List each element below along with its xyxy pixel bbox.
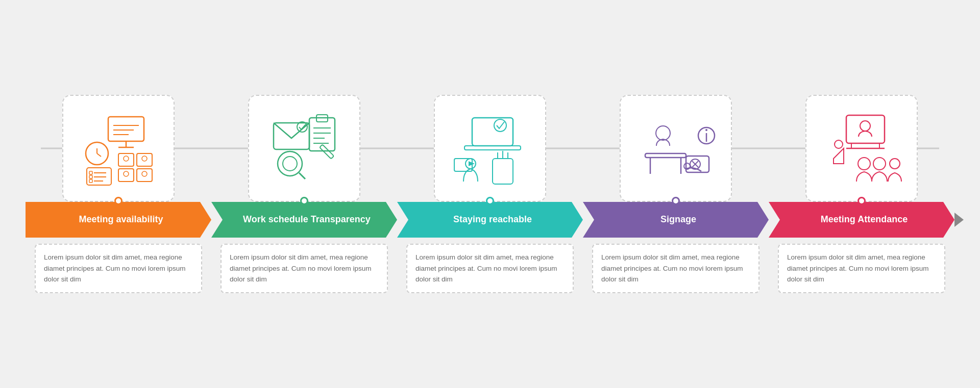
svg-point-55 xyxy=(705,129,707,131)
arrow-label-3: Staying reachable xyxy=(433,214,547,225)
svg-point-23 xyxy=(142,171,147,176)
desc-item-4: Lorem ipsum dolor sit dim amet, mea regi… xyxy=(583,244,769,293)
desc-box-1: Lorem ipsum dolor sit dim amet, mea regi… xyxy=(35,244,202,293)
icon-meeting-availability xyxy=(78,108,159,189)
desc-box-5: Lorem ipsum dolor sit dim amet, mea regi… xyxy=(778,244,945,293)
arrow-label-4: Signage xyxy=(640,214,712,225)
dot-1 xyxy=(114,197,122,205)
svg-rect-26 xyxy=(309,118,335,151)
end-triangle xyxy=(954,213,964,227)
desc-text-2: Lorem ipsum dolor sit dim amet, mea regi… xyxy=(230,252,379,285)
card-staying-reachable xyxy=(397,95,583,202)
svg-rect-57 xyxy=(846,115,885,143)
desc-item-2: Lorem ipsum dolor sit dim amet, mea regi… xyxy=(211,244,397,293)
dot-2 xyxy=(300,197,308,205)
dot-5 xyxy=(857,197,866,205)
svg-rect-45 xyxy=(645,153,686,158)
icon-staying-reachable xyxy=(449,108,531,189)
svg-rect-0 xyxy=(108,117,144,141)
svg-rect-32 xyxy=(320,144,334,159)
arrow-5: Meeting Attendance xyxy=(769,202,954,238)
card-meeting-availability xyxy=(26,95,211,202)
svg-rect-14 xyxy=(89,175,92,178)
svg-point-21 xyxy=(124,171,129,176)
desc-text-1: Lorem ipsum dolor sit dim amet, mea regi… xyxy=(44,252,193,285)
svg-rect-15 xyxy=(89,179,92,183)
desc-item-1: Lorem ipsum dolor sit dim amet, mea regi… xyxy=(26,244,211,293)
svg-point-64 xyxy=(873,158,886,170)
desc-box-4: Lorem ipsum dolor sit dim amet, mea regi… xyxy=(592,244,760,293)
top-row xyxy=(26,95,954,202)
arrow-label-5: Meeting Attendance xyxy=(800,214,923,225)
svg-point-34 xyxy=(283,157,297,171)
icon-meeting-attendance xyxy=(821,108,902,189)
desc-box-3: Lorem ipsum dolor sit dim amet, mea regi… xyxy=(406,244,574,293)
desc-text-3: Lorem ipsum dolor sit dim amet, mea regi… xyxy=(415,252,565,285)
arrow-1: Meeting availability xyxy=(26,202,211,238)
svg-rect-20 xyxy=(118,169,134,182)
arrow-2: Work schedule Transparency xyxy=(211,202,397,238)
arrow-3: Staying reachable xyxy=(397,202,583,238)
arrow-4: Signage xyxy=(583,202,769,238)
dot-4 xyxy=(672,197,680,205)
svg-rect-13 xyxy=(89,171,92,174)
icon-card-2 xyxy=(248,95,360,202)
arrow-label-2: Work schedule Transparency xyxy=(223,214,386,225)
infographic: Meeting availability Work schedule Trans… xyxy=(26,95,954,293)
svg-line-8 xyxy=(97,153,101,157)
arrow-label-1: Meeting availability xyxy=(58,214,178,225)
card-meeting-attendance xyxy=(769,95,954,202)
svg-rect-36 xyxy=(472,118,513,146)
svg-rect-16 xyxy=(118,153,134,166)
svg-point-48 xyxy=(656,126,670,140)
icon-card-4 xyxy=(620,95,732,202)
icon-card-3 xyxy=(434,95,546,202)
svg-point-61 xyxy=(860,121,870,131)
icon-signage xyxy=(635,108,717,189)
desc-text-5: Lorem ipsum dolor sit dim amet, mea regi… xyxy=(787,252,936,285)
icon-card-1 xyxy=(62,95,175,202)
arrows-row: Meeting availability Work schedule Trans… xyxy=(26,202,954,238)
svg-point-62 xyxy=(835,140,843,148)
desc-box-2: Lorem ipsum dolor sit dim amet, mea regi… xyxy=(220,244,388,293)
svg-point-38 xyxy=(494,119,506,132)
svg-point-65 xyxy=(890,159,900,169)
icon-work-schedule xyxy=(263,108,345,189)
svg-point-19 xyxy=(142,156,147,161)
svg-rect-22 xyxy=(137,169,152,182)
card-signage xyxy=(583,95,769,202)
description-row: Lorem ipsum dolor sit dim amet, mea regi… xyxy=(26,244,954,293)
svg-line-35 xyxy=(299,173,305,179)
svg-rect-40 xyxy=(493,159,513,184)
desc-item-5: Lorem ipsum dolor sit dim amet, mea regi… xyxy=(769,244,954,293)
svg-rect-18 xyxy=(137,153,152,166)
card-work-schedule xyxy=(211,95,397,202)
icon-card-5 xyxy=(805,95,918,202)
svg-point-63 xyxy=(858,158,870,170)
dot-3 xyxy=(486,197,494,205)
desc-item-3: Lorem ipsum dolor sit dim amet, mea regi… xyxy=(397,244,583,293)
desc-text-4: Lorem ipsum dolor sit dim amet, mea regi… xyxy=(601,252,750,285)
svg-point-33 xyxy=(278,151,302,176)
svg-point-17 xyxy=(124,156,129,161)
